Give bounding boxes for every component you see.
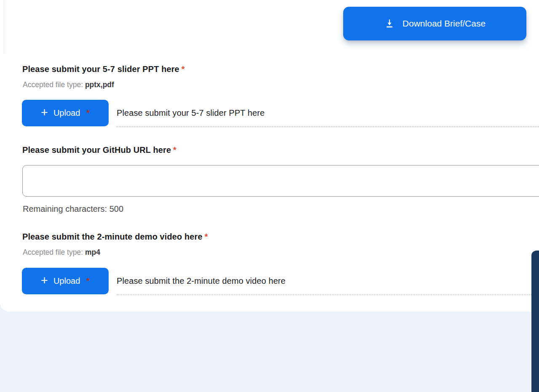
download-brief-button[interactable]: Download Brief/Case [343,7,526,40]
video-field-label-text: Please submit the 2-minute demo video he… [22,232,203,241]
accepted-types-value: pptx,pdf [85,80,114,89]
github-field-label-text: Please submit your GitHub URL here [22,145,171,155]
side-drawer-edge[interactable] [531,251,539,392]
required-asterisk: * [181,64,185,74]
video-field-label: Please submit the 2-minute demo video he… [22,231,208,243]
required-asterisk: * [205,232,208,241]
video-upload-placeholder: Please submit the 2-minute demo video he… [117,268,286,294]
plus-icon: + [41,275,48,287]
upload-button-label: Upload [53,276,80,286]
accepted-types-value: mp4 [85,248,100,256]
upload-button-label: Upload [53,108,80,118]
ppt-field-label-text: Please submit your 5-7 slider PPT here [22,64,179,74]
remaining-characters-counter: Remaining characters: 500 [23,203,123,215]
required-asterisk: * [173,145,176,155]
accepted-prefix: Accepted file type: [23,80,83,89]
ppt-upload-placeholder: Please submit your 5-7 slider PPT here [117,100,264,126]
github-url-input[interactable] [22,165,539,197]
ppt-upload-underline [117,126,539,127]
video-upload-button[interactable]: + Upload * [22,268,109,294]
video-upload-underline [117,294,531,295]
github-field-label: Please submit your GitHub URL here* [22,144,176,156]
submission-form-page: Download Brief/Case Please submit your 5… [0,0,539,392]
upload-required-asterisk: * [86,108,90,118]
submission-form-card [0,0,539,312]
upload-required-asterisk: * [86,276,90,286]
ppt-upload-button[interactable]: + Upload * [22,100,109,126]
ppt-accepted-types: Accepted file type: pptx,pdf [23,80,114,90]
download-icon [384,18,395,29]
ppt-field-label: Please submit your 5-7 slider PPT here* [22,63,185,75]
accepted-prefix: Accepted file type: [23,248,83,256]
plus-icon: + [41,107,48,119]
card-left-edge-divider [4,0,4,53]
video-accepted-types: Accepted file type: mp4 [23,248,100,257]
download-button-label: Download Brief/Case [403,19,486,29]
